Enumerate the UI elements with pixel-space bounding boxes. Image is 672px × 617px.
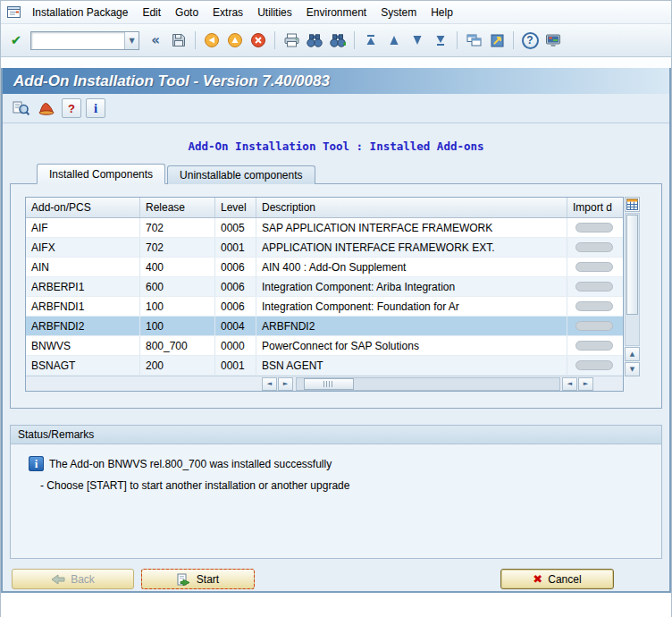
thumb-grip — [323, 381, 334, 387]
toolbar-separator — [274, 31, 275, 49]
help-f1-button[interactable]: ? — [62, 98, 81, 118]
cancel-x-icon — [250, 32, 266, 48]
left-arrow-icon: ◄ — [267, 380, 272, 387]
next-page-button[interactable] — [407, 30, 428, 51]
table-row[interactable]: BSNAGT 200 0001 BSN AGENT — [26, 356, 623, 376]
red-x-icon: ✖ — [533, 572, 542, 586]
left-arrow-icon: ◄ — [567, 380, 572, 387]
exit-button[interactable] — [224, 30, 246, 51]
menu-item-installation-package[interactable]: Installation Package — [25, 3, 135, 22]
find-next-button[interactable] — [327, 30, 349, 51]
cancel-transaction-button[interactable] — [248, 30, 269, 51]
table-row-selected[interactable]: ARBFNDI2 100 0004 ARBFNDI2 — [26, 317, 623, 336]
scroll-left-button[interactable]: ◄ — [562, 377, 577, 391]
column-header-release[interactable]: Release — [140, 198, 215, 217]
first-page-button[interactable] — [360, 30, 382, 51]
print-button[interactable] — [281, 30, 302, 51]
previous-page-button[interactable] — [383, 30, 405, 51]
scroll-left-button[interactable]: ◄ — [262, 377, 277, 391]
scroll-right-button[interactable]: ► — [278, 377, 293, 391]
create-shortcut-button[interactable] — [486, 30, 508, 51]
up-arrow-icon: ▲ — [630, 351, 634, 358]
system-menu-button[interactable] — [4, 6, 25, 18]
table-row[interactable]: ARBERPI1 600 0006 Integration Component:… — [26, 277, 623, 297]
table-row[interactable]: AIF 702 0005 SAP APPLICATION INTERFACE F… — [26, 218, 623, 238]
vertical-scroll-thumb[interactable] — [626, 215, 638, 315]
horizontal-scroll-track[interactable] — [296, 377, 560, 391]
cell-description: BSN AGENT — [256, 356, 567, 375]
back-arrow-icon — [51, 574, 65, 585]
cell-addon: AIFX — [26, 238, 140, 257]
import-date-placeholder — [575, 242, 613, 252]
column-header-import-date[interactable]: Import d — [567, 198, 623, 217]
scroll-down-button[interactable]: ▼ — [625, 362, 640, 376]
help-button[interactable]: ? — [519, 30, 541, 51]
cell-description: APPLICATION INTERFACE FRAMEWORK EXT. — [256, 238, 567, 257]
check-queue-button[interactable] — [10, 97, 31, 119]
find-button[interactable] — [304, 30, 325, 51]
desktop-background — [1, 593, 671, 617]
menu-item-help[interactable]: Help — [424, 3, 460, 22]
save-button[interactable] — [168, 30, 189, 51]
import-date-placeholder — [575, 341, 613, 351]
collapse-toolbar-button[interactable]: « — [145, 30, 166, 51]
cell-addon: ARBERPI1 — [26, 277, 140, 296]
red-question-icon: ? — [68, 102, 75, 115]
vertical-scrollbar[interactable]: ▲ ▼ — [625, 197, 640, 376]
cell-release: 100 — [140, 297, 215, 316]
first-page-icon — [365, 34, 377, 46]
cell-description: ARBFNDI2 — [256, 317, 567, 335]
menu-item-environment[interactable]: Environment — [299, 3, 374, 22]
customize-layout-button[interactable] — [542, 30, 564, 51]
tab-installed-components[interactable]: Installed Components — [37, 164, 165, 184]
cell-import-date — [567, 356, 623, 375]
import-date-placeholder — [575, 321, 613, 331]
table-settings-button[interactable] — [625, 197, 640, 212]
footer-button-row: Back Start ✖ Cancel — [12, 569, 660, 589]
window-icon — [7, 6, 21, 18]
column-header-level[interactable]: Level — [215, 198, 256, 217]
column-header-addon[interactable]: Add-on/PCS — [26, 198, 140, 217]
horizontal-scrollbar[interactable]: ◄ ► ◄ ► — [26, 376, 623, 391]
menu-item-edit[interactable]: Edit — [135, 3, 168, 22]
vertical-scroll-track[interactable] — [625, 213, 640, 346]
client-area: Add-On Installation Tool - Version 7.40/… — [1, 68, 671, 593]
scroll-right-button[interactable]: ► — [578, 377, 593, 391]
enter-button[interactable]: ✔ — [5, 30, 27, 51]
menu-item-utilities[interactable]: Utilities — [250, 3, 299, 22]
start-button-label: Start — [197, 573, 219, 586]
cancel-button[interactable]: ✖ Cancel — [500, 569, 614, 589]
page-title: Add-On Installation Tool - Version 7.40/… — [13, 72, 330, 90]
cancel-button-label: Cancel — [548, 573, 581, 586]
command-field[interactable]: ▼ — [30, 31, 139, 50]
status-groupbox: Status/Remarks i The Add-on BNWVS rel.80… — [10, 425, 662, 559]
new-session-button[interactable] — [463, 30, 484, 51]
back-button[interactable] — [201, 30, 223, 51]
horizontal-scroll-thumb[interactable] — [304, 378, 354, 390]
start-icon — [177, 573, 191, 586]
table-row[interactable]: ARBFNDI1 100 0006 Integration Component:… — [26, 297, 623, 317]
menu-item-system[interactable]: System — [374, 3, 424, 22]
information-button[interactable]: i — [86, 98, 105, 118]
table-row[interactable]: BNWVS 800_700 0000 PowerConnect for SAP … — [26, 336, 623, 356]
cell-release: 702 — [140, 238, 215, 257]
cell-description: Integration Component: Foundation for Ar — [256, 297, 567, 316]
cell-level: 0001 — [215, 356, 256, 375]
command-input[interactable] — [31, 34, 124, 46]
start-button[interactable]: Start — [141, 569, 255, 589]
table-row[interactable]: AIN 400 0006 AIN 400 : Add-On Supplement — [26, 258, 623, 277]
scroll-up-button[interactable]: ▲ — [625, 347, 640, 361]
binoculars-plus-icon — [330, 34, 346, 47]
cell-description: Integration Component: Ariba Integration — [256, 277, 567, 296]
column-header-description[interactable]: Description — [256, 198, 567, 217]
tab-uninstallable-components[interactable]: Uninstallable components — [167, 165, 315, 184]
menu-item-goto[interactable]: Goto — [168, 3, 206, 22]
tab-strip: Installed Components Uninstallable compo… — [37, 164, 669, 184]
back-footer-button[interactable]: Back — [12, 569, 134, 589]
menu-item-extras[interactable]: Extras — [206, 3, 250, 22]
table-row[interactable]: AIFX 702 0001 APPLICATION INTERFACE FRAM… — [26, 238, 623, 258]
last-page-button[interactable] — [430, 30, 451, 51]
cell-level: 0000 — [215, 336, 256, 355]
command-dropdown-button[interactable]: ▼ — [124, 32, 139, 49]
saint-tool-button[interactable] — [36, 97, 57, 119]
